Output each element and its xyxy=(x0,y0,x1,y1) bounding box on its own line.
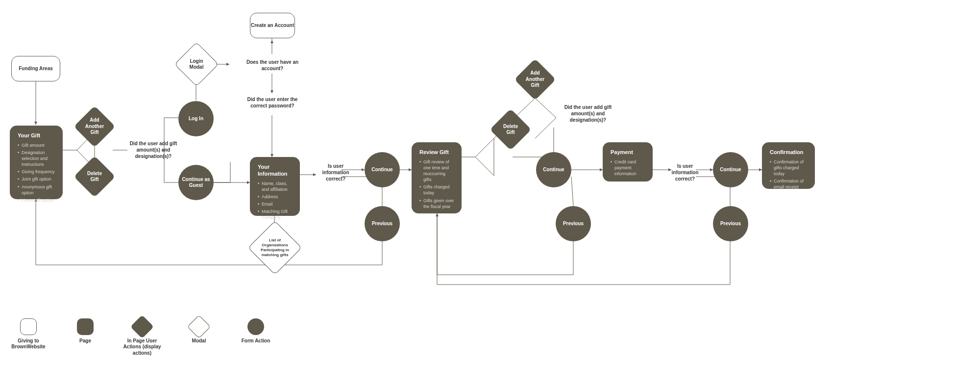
your-info-item: Address xyxy=(258,194,293,200)
delete-gift-action-2: Delete Gift xyxy=(496,115,525,144)
orgs-modal-label: List of Organizations Participating in m… xyxy=(256,235,294,261)
review-gift-page: Review Gift Gift review of one time and … xyxy=(412,142,462,213)
your-gift-item: Joint gift option xyxy=(18,176,56,182)
your-info-item: Name, class, and affiliation xyxy=(258,181,293,192)
your-info-list: Name, class, and affiliation Address Ema… xyxy=(258,181,293,221)
legend-modal-label: Modal xyxy=(192,338,206,344)
legend-site-label: Giving to BrownWebsite xyxy=(9,338,48,350)
legend-page-label: Page xyxy=(79,338,91,344)
legend-action: Form Action xyxy=(236,318,275,344)
continue-2: Continue xyxy=(536,152,571,187)
login-label: Log In xyxy=(189,116,203,122)
previous-1: Previous xyxy=(365,206,400,241)
delete-gift-label-1: Delete Gift xyxy=(80,168,109,186)
q-password: Did the user enter the correct password? xyxy=(243,96,302,109)
review-gift-item: Gifts given over the fiscal year xyxy=(419,198,455,209)
payment-item: Credit card payment information xyxy=(611,159,646,177)
continue-3: Continue xyxy=(713,152,748,187)
q-amounts-2: Did the user add gift amount(s) and desi… xyxy=(559,104,617,123)
legend-page: Page xyxy=(66,318,105,344)
your-gift-item: Gift amount xyxy=(18,142,56,148)
review-gift-list: Gift review of one time and reoccurring … xyxy=(419,159,455,209)
your-gift-page: Your Gift Gift amount Designation select… xyxy=(10,126,63,199)
legend-inpage: In Page User Actions (display actions) xyxy=(122,318,162,357)
connectors xyxy=(0,0,980,365)
continue-1: Continue xyxy=(365,152,400,187)
previous-3-label: Previous xyxy=(720,221,741,227)
confirmation-item: Confirmation of gifts charged today xyxy=(770,159,808,177)
payment-page: Payment Credit card payment information xyxy=(603,142,653,182)
funding-areas-label: Funding Areas xyxy=(19,66,53,72)
review-gift-title: Review Gift xyxy=(419,149,455,156)
guest-label: Continue as Guest xyxy=(178,177,214,189)
legend-inpage-icon xyxy=(134,318,150,335)
add-gift-label-1: Add Another Gift xyxy=(80,114,109,139)
legend-action-icon xyxy=(247,318,264,335)
login-modal-label: Login Modal xyxy=(181,55,212,74)
previous-2: Previous xyxy=(556,206,591,241)
previous-3: Previous xyxy=(713,206,748,241)
confirmation-title: Confirmation xyxy=(770,149,808,156)
q-amounts-1: Did the user add gift amount(s) and desi… xyxy=(126,140,180,159)
confirmation-item: Confirmation of email receipt xyxy=(770,178,808,190)
your-gift-item: Honor gift option xyxy=(18,197,56,203)
q-info-1: Is user information correct? xyxy=(316,163,355,182)
review-gift-item: Gifts charged today xyxy=(419,184,455,196)
continue-3-label: Continue xyxy=(720,167,741,173)
delete-gift-action-1: Delete Gift xyxy=(80,162,109,191)
legend-site-icon xyxy=(20,318,37,335)
legend-site: Giving to BrownWebsite xyxy=(9,318,48,350)
flow-diagram: Funding Areas Create an Account Login Mo… xyxy=(0,0,980,365)
your-info-title: Your Information xyxy=(258,164,293,178)
delete-gift-label-2: Delete Gift xyxy=(496,121,525,139)
create-account-label: Create an Account xyxy=(251,23,294,29)
previous-2-label: Previous xyxy=(563,221,584,227)
orgs-modal: List of Organizations Participating in m… xyxy=(256,229,294,267)
continue-2-label: Continue xyxy=(543,167,564,173)
your-gift-title: Your Gift xyxy=(18,132,56,139)
login-modal-node: Login Modal xyxy=(181,49,212,80)
continue-1-label: Continue xyxy=(371,167,392,173)
funding-areas-node: Funding Areas xyxy=(11,56,60,81)
legend-page-icon xyxy=(77,318,94,335)
review-gift-item: Gift review of one time and reoccurring … xyxy=(419,159,455,183)
payment-title: Payment xyxy=(611,149,646,156)
q-account: Does the user have an account? xyxy=(236,59,309,72)
confirmation-list: Confirmation of gifts charged today Conf… xyxy=(770,159,808,190)
legend: Giving to BrownWebsite Page In Page User… xyxy=(9,318,275,357)
guest-action: Continue as Guest xyxy=(178,165,214,200)
legend-inpage-label: In Page User Actions (display actions) xyxy=(122,338,162,357)
legend-modal: Modal xyxy=(179,318,219,344)
q-info-2: Is user information correct? xyxy=(665,163,705,182)
your-gift-item: Anonymous gift option xyxy=(18,184,56,196)
confirmation-page: Confirmation Confirmation of gifts charg… xyxy=(762,142,815,189)
add-gift-label-2: Add Another Gift xyxy=(520,67,550,92)
your-gift-list: Gift amount Designation selection and in… xyxy=(18,142,56,203)
previous-1-label: Previous xyxy=(372,221,392,227)
login-action: Log In xyxy=(178,101,214,136)
your-info-page: Your Information Name, class, and affili… xyxy=(250,157,300,216)
add-gift-action-2: Add Another Gift xyxy=(520,65,550,94)
your-info-item: Email xyxy=(258,201,293,207)
legend-modal-icon xyxy=(191,318,207,335)
your-info-item: Matching Gift Company xyxy=(258,209,293,220)
create-account-node: Create an Account xyxy=(250,13,295,38)
your-gift-item: Designation selection and instructions xyxy=(18,150,56,167)
your-gift-item: Giving frequency xyxy=(18,169,56,175)
add-gift-action-1: Add Another Gift xyxy=(80,112,109,141)
payment-list: Credit card payment information xyxy=(611,159,646,177)
legend-action-label: Form Action xyxy=(242,338,270,344)
